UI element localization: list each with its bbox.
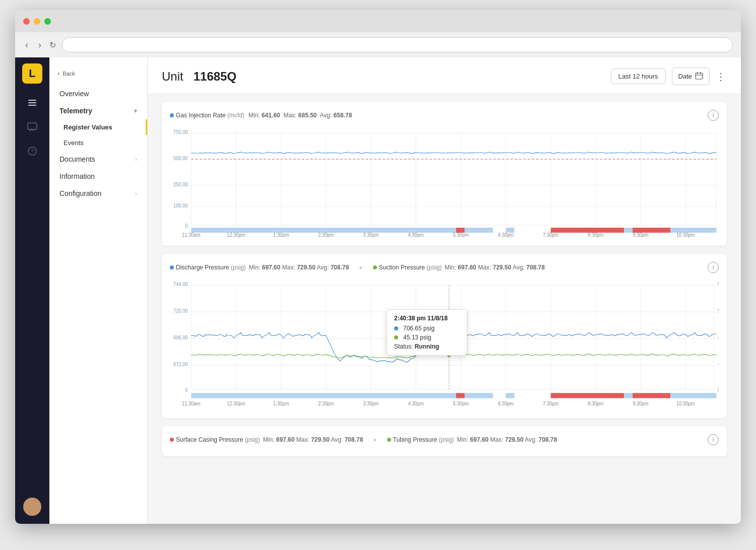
gas-injection-label: Gas Injection Rate (mcfd) — [176, 112, 244, 119]
maximize-button[interactable] — [44, 18, 51, 25]
minimize-button[interactable] — [34, 18, 40, 25]
back-browser-button[interactable]: ‹ — [23, 38, 30, 52]
svg-text:6:30pm: 6:30pm — [498, 232, 514, 238]
gas-injection-legend: Gas Injection Rate (mcfd) Min: 641.60 Ma… — [170, 112, 352, 119]
overview-label: Overview — [59, 90, 89, 98]
discharge-dot — [170, 265, 174, 269]
svg-text:2:30pm: 2:30pm — [318, 400, 334, 406]
sidebar-item-register-values[interactable]: Register Values — [49, 119, 147, 135]
svg-text:10:30pm: 10:30pm — [676, 232, 695, 238]
tooltip-status-row: Status: Running — [394, 343, 460, 350]
svg-text:750.00: 750.00 — [173, 129, 188, 135]
chart1-legend: Gas Injection Rate (mcfd) Min: 641.60 Ma… — [170, 110, 719, 121]
svg-rect-3 — [28, 123, 37, 129]
surface-casing-label: Surface Casing Pressure (psig) — [176, 436, 260, 443]
page-title: Unit 11685Q — [162, 70, 236, 84]
chart2-container: 2:40:38 pm 11/8/18 706.65 psig 45.13 psi… — [170, 279, 719, 410]
suction-legend: Suction Pressure (psig) Min: 697.60 Max:… — [373, 264, 545, 271]
svg-text:44.00: 44.00 — [718, 362, 719, 367]
svg-text:0: 0 — [718, 387, 719, 393]
svg-text:0: 0 — [185, 387, 188, 393]
close-button[interactable] — [23, 18, 30, 25]
svg-text:3:30pm: 3:30pm — [363, 232, 379, 238]
chart1-info-button[interactable]: i — [708, 110, 719, 121]
svg-rect-93 — [670, 393, 716, 398]
information-label: Information — [59, 172, 95, 180]
svg-rect-91 — [624, 393, 633, 398]
charts-area: Gas Injection Rate (mcfd) Min: 641.60 Ma… — [148, 94, 741, 464]
tooltip-status-val: Running — [415, 343, 439, 350]
svg-text:10:30pm: 10:30pm — [676, 400, 695, 406]
sidebar-item-information[interactable]: Information — [49, 168, 147, 185]
tooltip-time: 2:40:38 pm 11/8/18 — [394, 315, 460, 322]
discharge-stats: Min: 697.60 Max: 729.50 Avg: 708.78 — [249, 264, 349, 271]
chart3-legend: Surface Casing Pressure (psig) Min: 697.… — [170, 434, 719, 445]
sidebar-item-configuration[interactable]: Configuration › — [49, 185, 147, 202]
svg-text:5:30pm: 5:30pm — [453, 232, 469, 238]
tooltip-suction-val: 45.13 psig — [403, 334, 431, 341]
surface-casing-stats: Min: 697.60 Max: 729.50 Avg: 708.78 — [263, 436, 363, 443]
svg-text:8:30pm: 8:30pm — [588, 400, 603, 406]
svg-text:?: ? — [31, 148, 34, 154]
date-range-button[interactable]: Last 12 hours — [611, 68, 666, 84]
titlebar — [15, 10, 741, 32]
svg-rect-8 — [696, 73, 703, 79]
tubing-dot — [387, 438, 391, 442]
svg-text:4:30pm: 4:30pm — [408, 232, 424, 238]
svg-rect-88 — [465, 393, 493, 398]
svg-point-6 — [29, 501, 36, 508]
sidebar-item-overview[interactable]: Overview — [49, 85, 147, 102]
calendar-icon — [695, 72, 703, 81]
app-logo[interactable]: L — [22, 63, 42, 84]
tooltip-discharge-row: 706.65 psig — [394, 325, 460, 332]
forward-browser-button[interactable]: › — [36, 38, 43, 52]
svg-text:12:30pm: 12:30pm — [227, 400, 245, 406]
sidebar-item-events[interactable]: Events — [49, 135, 147, 151]
reload-button[interactable]: ↻ — [49, 40, 56, 50]
date-label: Date — [678, 73, 692, 80]
svg-rect-40 — [624, 228, 633, 233]
chart3-info-button[interactable]: i — [708, 434, 719, 445]
header-controls: Last 12 hours Date ⋮ — [611, 67, 727, 85]
logo-text: L — [29, 67, 35, 80]
back-nav-button[interactable]: ‹ Back — [49, 65, 147, 81]
svg-text:6:30pm: 6:30pm — [498, 400, 514, 406]
svg-text:1:30pm: 1:30pm — [273, 232, 289, 238]
sidebar-icon-chat[interactable] — [21, 116, 43, 138]
svg-text:696.00: 696.00 — [173, 335, 188, 340]
sidebar-item-documents[interactable]: Documents › — [49, 151, 147, 168]
svg-text:12:30pm: 12:30pm — [227, 232, 245, 238]
gas-injection-chart-card: Gas Injection Rate (mcfd) Min: 641.60 Ma… — [162, 102, 727, 246]
sidebar-item-telemetry[interactable]: Telemetry ▾ — [49, 102, 147, 119]
chart2-info-button[interactable]: i — [708, 262, 719, 273]
svg-text:8:30pm: 8:30pm — [588, 232, 603, 238]
svg-text:52.00: 52.00 — [718, 308, 719, 314]
suction-stats: Min: 697.60 Max: 729.50 Avg: 708.78 — [445, 264, 545, 271]
date-button[interactable]: Date — [672, 67, 710, 85]
svg-text:672.00: 672.00 — [173, 362, 188, 367]
chart1-container: 750.00 500.00 250.00 100.00 0 — [170, 127, 719, 238]
gas-injection-dot — [170, 113, 174, 117]
browser-bar: ‹ › ↻ — [15, 32, 741, 57]
sidebar-icon-list[interactable] — [21, 92, 43, 114]
chart2-tooltip: 2:40:38 pm 11/8/18 706.65 psig 45.13 psi… — [387, 309, 467, 356]
tubing-label: Tubing Pressure (psig) — [393, 436, 454, 443]
tooltip-discharge-val: 706.65 psig — [403, 325, 434, 332]
more-options-button[interactable]: ⋮ — [716, 71, 727, 83]
svg-text:9:30pm: 9:30pm — [633, 400, 648, 406]
configuration-label: Configuration — [59, 189, 101, 197]
svg-text:4:30pm: 4:30pm — [408, 400, 424, 406]
svg-text:0: 0 — [185, 223, 188, 229]
svg-rect-89 — [506, 393, 515, 398]
suction-label: Suction Pressure (psig) — [379, 264, 442, 271]
sidebar-icon-help[interactable]: ? — [21, 140, 43, 162]
tooltip-discharge-dot — [394, 326, 398, 330]
chevron-right-icon-2: › — [135, 190, 137, 196]
address-bar[interactable] — [62, 37, 733, 52]
unit-id: 11685Q — [194, 70, 236, 83]
user-avatar[interactable] — [21, 496, 43, 518]
svg-text:11:30am: 11:30am — [182, 232, 200, 238]
chart2-legend: Discharge Pressure (psig) Min: 697.60 Ma… — [170, 262, 719, 273]
casing-chart-card: Surface Casing Pressure (psig) Min: 697.… — [162, 426, 727, 456]
svg-rect-2 — [28, 105, 36, 106]
